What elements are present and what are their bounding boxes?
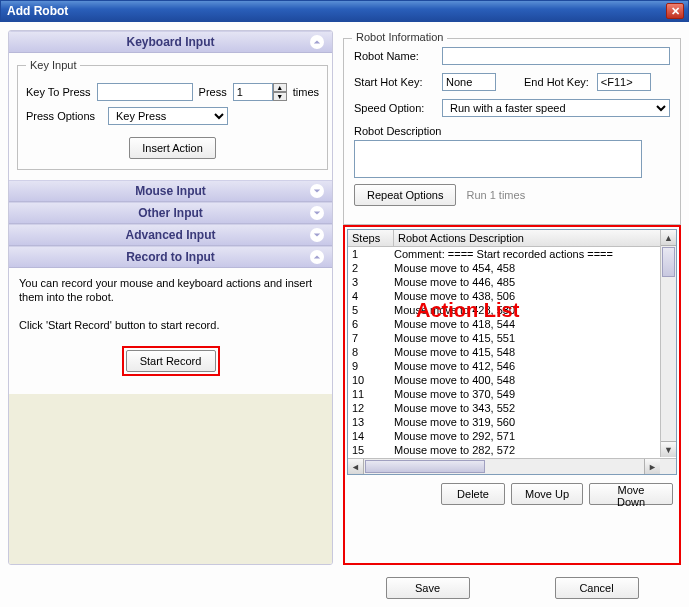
- start-hotkey-input[interactable]: [442, 73, 496, 91]
- cell-desc: Mouse move to 400, 548: [394, 373, 672, 387]
- accordion-body-keyboard: Key Input Key To Press Press ▲ ▼ time: [9, 53, 332, 180]
- cell-desc: Mouse move to 438, 506: [394, 289, 672, 303]
- robot-desc-input[interactable]: [354, 140, 642, 178]
- cell-step: 1: [352, 247, 394, 261]
- cell-step: 4: [352, 289, 394, 303]
- start-hotkey-label: Start Hot Key:: [354, 76, 434, 88]
- cell-step: 10: [352, 373, 394, 387]
- cell-desc: Mouse move to 415, 548: [394, 345, 672, 359]
- table-row[interactable]: 10Mouse move to 400, 548: [348, 373, 676, 387]
- end-hotkey-input[interactable]: [597, 73, 651, 91]
- accordion-title: Other Input: [9, 206, 332, 220]
- cell-desc: Mouse move to 428, 530: [394, 303, 672, 317]
- cell-step: 5: [352, 303, 394, 317]
- cell-step: 7: [352, 331, 394, 345]
- cell-step: 12: [352, 401, 394, 415]
- hscroll-thumb[interactable]: [365, 460, 485, 473]
- cell-step: 8: [352, 345, 394, 359]
- cell-step: 15: [352, 443, 394, 457]
- spin-up[interactable]: ▲: [273, 83, 287, 92]
- move-down-button[interactable]: Move Down: [589, 483, 673, 505]
- cell-step: 3: [352, 275, 394, 289]
- scroll-right-icon[interactable]: ►: [644, 459, 660, 474]
- key-to-press-input[interactable]: [97, 83, 193, 101]
- scroll-down-icon[interactable]: ▼: [661, 441, 676, 457]
- cell-desc: Mouse move to 292, 571: [394, 429, 672, 443]
- table-row[interactable]: 15Mouse move to 282, 572: [348, 443, 676, 457]
- spin-down[interactable]: ▼: [273, 92, 287, 101]
- insert-action-button[interactable]: Insert Action: [129, 137, 216, 159]
- record-note-1: You can record your mouse and keyboard a…: [19, 276, 322, 304]
- robot-name-label: Robot Name:: [354, 50, 434, 62]
- table-row[interactable]: 1Comment: ==== Start recorded actions ==…: [348, 247, 676, 261]
- table-row[interactable]: 7Mouse move to 415, 551: [348, 331, 676, 345]
- record-note-2: Click 'Start Record' button to start rec…: [19, 318, 322, 332]
- table-row[interactable]: 14Mouse move to 292, 571: [348, 429, 676, 443]
- cell-step: 9: [352, 359, 394, 373]
- press-label: Press: [199, 86, 227, 98]
- accordion-header-record[interactable]: Record to Input: [9, 246, 332, 268]
- accordion-header-advanced[interactable]: Advanced Input: [9, 224, 332, 246]
- cancel-button[interactable]: Cancel: [555, 577, 639, 599]
- robot-name-input[interactable]: [442, 47, 670, 65]
- move-up-button[interactable]: Move Up: [511, 483, 583, 505]
- cell-desc: Comment: ==== Start recorded actions ===…: [394, 247, 672, 261]
- window-title: Add Robot: [7, 4, 68, 18]
- scroll-left-icon[interactable]: ◄: [348, 459, 364, 474]
- scroll-up-icon[interactable]: ▲: [661, 230, 676, 246]
- col-steps[interactable]: Steps: [348, 230, 394, 246]
- cell-step: 6: [352, 317, 394, 331]
- times-label: times: [293, 86, 319, 98]
- cell-desc: Mouse move to 319, 560: [394, 415, 672, 429]
- key-input-legend: Key Input: [26, 59, 80, 71]
- press-options-label: Press Options: [26, 110, 102, 122]
- action-list[interactable]: Steps Robot Actions Description Action L…: [347, 229, 677, 475]
- accordion-header-mouse[interactable]: Mouse Input: [9, 180, 332, 202]
- speed-option-select[interactable]: Run with a faster speed: [442, 99, 670, 117]
- titlebar: Add Robot ✕: [0, 0, 689, 22]
- list-rows[interactable]: Action List 1Comment: ==== Start recorde…: [348, 247, 676, 474]
- table-row[interactable]: 11Mouse move to 370, 549: [348, 387, 676, 401]
- close-icon: ✕: [671, 5, 680, 18]
- action-list-area: Steps Robot Actions Description Action L…: [343, 225, 681, 565]
- table-row[interactable]: 5Mouse move to 428, 530: [348, 303, 676, 317]
- accordion-title: Keyboard Input: [9, 35, 332, 49]
- end-hotkey-label: End Hot Key:: [524, 76, 589, 88]
- table-row[interactable]: 13Mouse move to 319, 560: [348, 415, 676, 429]
- table-row[interactable]: 3Mouse move to 446, 485: [348, 275, 676, 289]
- cell-desc: Mouse move to 343, 552: [394, 401, 672, 415]
- vertical-scrollbar[interactable]: ▲ ▼: [660, 230, 676, 457]
- cell-step: 2: [352, 261, 394, 275]
- cell-desc: Mouse move to 454, 458: [394, 261, 672, 275]
- cell-step: 13: [352, 415, 394, 429]
- close-button[interactable]: ✕: [666, 3, 684, 19]
- cell-desc: Mouse move to 282, 572: [394, 443, 672, 457]
- delete-button[interactable]: Delete: [441, 483, 505, 505]
- accordion-header-keyboard[interactable]: Keyboard Input: [9, 31, 332, 53]
- accordion-title: Advanced Input: [9, 228, 332, 242]
- horizontal-scrollbar[interactable]: ◄ ►: [348, 458, 676, 474]
- repeat-options-button[interactable]: Repeat Options: [354, 184, 456, 206]
- key-input-group: Key Input Key To Press Press ▲ ▼ time: [17, 59, 328, 170]
- cell-desc: Mouse move to 418, 544: [394, 317, 672, 331]
- highlight-box: Start Record: [122, 346, 220, 376]
- table-row[interactable]: 12Mouse move to 343, 552: [348, 401, 676, 415]
- table-row[interactable]: 2Mouse move to 454, 458: [348, 261, 676, 275]
- accordion-title: Record to Input: [9, 250, 332, 264]
- col-desc[interactable]: Robot Actions Description: [394, 230, 676, 246]
- start-record-button[interactable]: Start Record: [126, 350, 216, 372]
- list-header: Steps Robot Actions Description: [348, 230, 676, 247]
- robot-info-group: Robot Information Robot Name: Start Hot …: [343, 38, 681, 225]
- cell-step: 11: [352, 387, 394, 401]
- scroll-thumb[interactable]: [662, 247, 675, 277]
- save-button[interactable]: Save: [386, 577, 470, 599]
- press-count-input[interactable]: [233, 83, 273, 101]
- press-options-select[interactable]: Key Press: [108, 107, 228, 125]
- accordion-body-record: You can record your mouse and keyboard a…: [9, 268, 332, 394]
- speed-option-label: Speed Option:: [354, 102, 434, 114]
- table-row[interactable]: 9Mouse move to 412, 546: [348, 359, 676, 373]
- table-row[interactable]: 6Mouse move to 418, 544: [348, 317, 676, 331]
- accordion-header-other[interactable]: Other Input: [9, 202, 332, 224]
- table-row[interactable]: 8Mouse move to 415, 548: [348, 345, 676, 359]
- table-row[interactable]: 4Mouse move to 438, 506: [348, 289, 676, 303]
